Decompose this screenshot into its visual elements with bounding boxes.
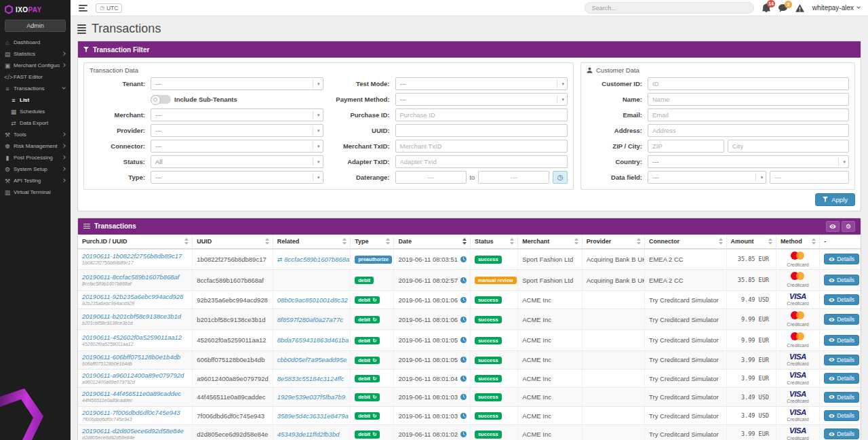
type-select[interactable]: --- <box>151 171 323 184</box>
sidebar-item-virtual-terminal[interactable]: ▥Virtual Terminal <box>0 186 71 198</box>
sidebar-item-risk-management[interactable]: ☸Risk Management <box>0 140 71 152</box>
column-header-status[interactable]: Status <box>470 235 517 249</box>
merchant-txid-field[interactable] <box>395 140 568 153</box>
related-transaction-link[interactable]: 3589e5d4c36331e8479a <box>277 412 349 420</box>
city-field[interactable] <box>728 140 849 153</box>
column-header-method[interactable]: Method <box>776 235 819 249</box>
details-button[interactable]: Details <box>824 294 859 305</box>
daterange-to-field[interactable] <box>478 171 549 184</box>
sidebar-item-schedules[interactable]: ▦Schedules <box>0 106 71 117</box>
column-header-merchant[interactable]: Merchant <box>518 235 582 249</box>
username: whitepay-alex <box>812 4 854 12</box>
status-select[interactable]: All <box>151 155 323 168</box>
sidebar-item-fast-editor[interactable]: </>FAST Editor <box>0 71 71 83</box>
address-field[interactable] <box>648 124 849 137</box>
purchase-id-link[interactable]: 20190611-606bff075128b0e1b4db <box>82 353 180 361</box>
details-button[interactable]: Details <box>824 428 859 439</box>
messages-button[interactable]: 3 <box>778 4 787 12</box>
sidebar-toggle-icon[interactable] <box>79 5 87 12</box>
details-button[interactable]: Details <box>824 275 859 285</box>
column-header-date[interactable]: Date <box>394 235 470 249</box>
column-header-related[interactable]: Related <box>273 235 350 249</box>
page-title-text: Transactions <box>92 22 161 36</box>
details-button[interactable]: Details <box>824 410 859 421</box>
alerts-button[interactable] <box>795 4 804 12</box>
include-sub-tenants-toggle[interactable] <box>151 95 171 104</box>
role-badge[interactable]: Admin <box>5 20 66 32</box>
sidebar-item-post-processing[interactable]: ▮Post Processing <box>0 152 71 163</box>
daterange-from-field[interactable] <box>395 171 467 184</box>
purchase-id-field[interactable] <box>395 108 568 121</box>
customer-id-field[interactable] <box>648 77 849 90</box>
data-field-value-field[interactable] <box>770 171 849 184</box>
details-button[interactable]: Details <box>824 335 859 346</box>
sidebar-item-merchant-configuration[interactable]: ▣Merchant Configuration <box>0 60 71 71</box>
tenant-select[interactable]: --- <box>151 77 323 90</box>
data-field-select[interactable]: --- <box>648 171 766 184</box>
related-transaction-link[interactable]: 8f8597f280af0a27a77c <box>277 316 343 323</box>
name-field[interactable] <box>648 93 849 106</box>
sidebar-item-statistics[interactable]: ▤Statistics <box>0 48 71 60</box>
purchase-id-uuid-subtext: 606bff075128b0e1b4db <box>82 361 188 367</box>
details-button[interactable]: Details <box>824 355 859 365</box>
search-input[interactable] <box>585 2 754 14</box>
related-transaction-link[interactable]: 1929e539e037f5fba7b9 <box>277 393 345 401</box>
related-transaction-link[interactable]: 453493de11ffd2fb3bd <box>277 431 340 438</box>
cell-merchant: Sport Fashion Ltd <box>518 270 582 291</box>
country-select[interactable]: --- <box>648 155 849 168</box>
sort-icon <box>265 238 270 245</box>
details-button[interactable]: Details <box>824 314 859 325</box>
related-transaction-link[interactable]: 8bda7659431863d461ba <box>277 336 349 344</box>
connector-select[interactable]: --- <box>151 140 323 153</box>
sidebar-item-transactions[interactable]: ≡Transactions <box>0 83 71 94</box>
sidebar-item-data-export[interactable]: ⇄Data Export <box>0 117 71 129</box>
related-transaction-link[interactable]: 08b0c9ac8501001d8c32 <box>277 296 348 304</box>
column-header-connector[interactable]: Connector <box>645 235 727 249</box>
user-menu[interactable]: whitepay-alex <box>812 4 860 12</box>
purchase-id-link[interactable]: 20190611-44f456511e0a89caddec <box>82 390 181 397</box>
chevron-right-icon <box>62 133 66 137</box>
table-settings-button[interactable]: ⚙ <box>842 221 855 232</box>
test-mode-select[interactable]: --- <box>395 77 568 90</box>
related-transaction-link[interactable]: 8ccfac589b1607b868af <box>284 256 350 263</box>
sort-icon <box>342 238 347 245</box>
column-header-amount[interactable]: Amount <box>726 235 776 249</box>
purchase-id-link[interactable]: 20190611-d2d805ece6d92d58e84e <box>82 427 184 435</box>
column-header-purch-id-uuid[interactable]: Purch.ID / UUID <box>78 235 193 249</box>
purchase-id-link[interactable]: 20190611-92b235a6ebc994acd928 <box>82 293 183 300</box>
adapter-txid-field[interactable] <box>395 155 568 168</box>
statistics-icon: ▤ <box>4 51 11 58</box>
payment-method-select[interactable]: --- <box>395 93 568 106</box>
zip-field[interactable] <box>648 140 724 153</box>
column-header-provider[interactable]: Provider <box>582 235 644 249</box>
apply-button[interactable]: Apply <box>815 193 855 206</box>
purchase-id-link[interactable]: 20190611-1b0822f2756b8db89c17 <box>82 252 182 260</box>
related-transaction-link[interactable]: cbb0d05ef7a95eadd95e <box>277 356 347 363</box>
purchase-id-link[interactable]: 20190611-7f006dbd6df0c745e943 <box>82 409 180 416</box>
purchase-id-link[interactable]: 20190611-452602f0a5259011aa12 <box>82 334 182 341</box>
sidebar-item-dashboard[interactable]: ⌂Dashboard <box>0 37 71 48</box>
details-button[interactable]: Details <box>824 392 859 403</box>
daterange-clock-button[interactable]: ◷ <box>553 171 568 184</box>
provider-select[interactable]: --- <box>151 124 323 137</box>
purchase-id-link[interactable]: 20190611-a96012400a89e079792d <box>82 372 184 379</box>
notifications-button[interactable]: 14 <box>762 3 770 12</box>
merchant-select[interactable]: --- <box>151 108 323 121</box>
details-button[interactable]: Details <box>824 373 859 384</box>
related-transaction-link[interactable]: 8e5833c55184c3124ffc <box>277 375 344 382</box>
column-visibility-button[interactable] <box>826 221 840 232</box>
purchase-id-link[interactable]: 20190611-b201cbf58c9138ce3b1d <box>82 313 181 320</box>
sidebar-item-list[interactable]: ≡List <box>0 94 71 106</box>
uuid-field[interactable] <box>395 124 568 137</box>
purchase-id-link[interactable]: 20190611-8ccfac589b1607b868af <box>82 273 180 281</box>
sidebar-item-api-testing[interactable]: ⚒API Testing <box>0 175 71 186</box>
timezone-badge[interactable]: ◷ UTC <box>96 3 122 13</box>
column-header-type[interactable]: Type <box>351 235 394 249</box>
sidebar-item-tools[interactable]: ⚒Tools <box>0 129 71 140</box>
clock-icon <box>460 256 467 262</box>
cell-date: 2019-06-11 08:01:06 <box>394 290 470 308</box>
sidebar-item-system-setup[interactable]: ⚙System Setup <box>0 163 71 175</box>
details-button[interactable]: Details <box>824 254 859 264</box>
column-header-uuid[interactable]: UUID <box>193 235 273 249</box>
email-field[interactable] <box>648 108 849 121</box>
